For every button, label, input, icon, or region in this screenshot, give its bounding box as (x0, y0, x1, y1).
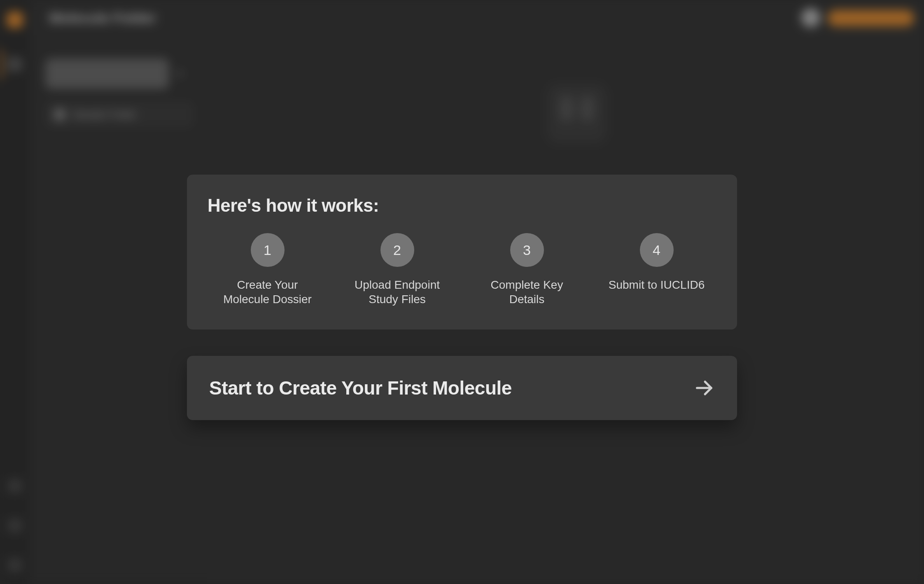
steps-row: 1 Create Your Molecule Dossier 2 Upload … (208, 233, 716, 306)
start-create-title: Start to Create Your First Molecule (209, 377, 512, 399)
step-4: 4 Submit to IUCLID6 (597, 233, 716, 306)
step-label: Complete Key Details (474, 278, 581, 306)
step-badge: 3 (510, 233, 544, 267)
step-label: Create Your Molecule Dossier (214, 278, 321, 306)
step-label: Submit to IUCLID6 (609, 278, 705, 292)
how-it-works-card: Here's how it works: 1 Create Your Molec… (187, 175, 737, 329)
step-2: 2 Upload Endpoint Study Files (337, 233, 457, 306)
step-label: Upload Endpoint Study Files (344, 278, 451, 306)
how-it-works-title: Here's how it works: (208, 195, 716, 216)
arrow-right-icon (693, 377, 715, 399)
step-badge: 1 (251, 233, 285, 267)
step-3: 3 Complete Key Details (467, 233, 587, 306)
step-1: 1 Create Your Molecule Dossier (208, 233, 327, 306)
step-badge: 2 (380, 233, 414, 267)
step-badge: 4 (640, 233, 674, 267)
start-create-card[interactable]: Start to Create Your First Molecule (187, 356, 737, 420)
onboarding-modal: Here's how it works: 1 Create Your Molec… (187, 175, 737, 420)
